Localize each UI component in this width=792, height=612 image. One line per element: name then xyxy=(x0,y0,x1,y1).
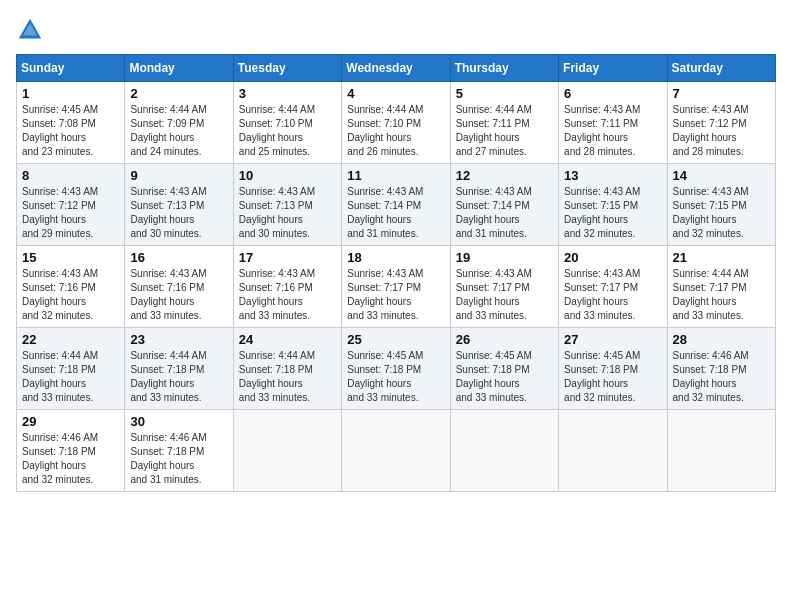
day-info: Sunrise: 4:44 AM Sunset: 7:18 PM Dayligh… xyxy=(130,349,227,405)
day-number: 2 xyxy=(130,86,227,101)
table-row: 4 Sunrise: 4:44 AM Sunset: 7:10 PM Dayli… xyxy=(342,82,450,164)
day-info: Sunrise: 4:43 AM Sunset: 7:15 PM Dayligh… xyxy=(673,185,770,241)
day-number: 3 xyxy=(239,86,336,101)
table-row: 26 Sunrise: 4:45 AM Sunset: 7:18 PM Dayl… xyxy=(450,328,558,410)
day-info: Sunrise: 4:44 AM Sunset: 7:18 PM Dayligh… xyxy=(22,349,119,405)
day-info: Sunrise: 4:45 AM Sunset: 7:18 PM Dayligh… xyxy=(456,349,553,405)
day-number: 7 xyxy=(673,86,770,101)
day-info: Sunrise: 4:44 AM Sunset: 7:09 PM Dayligh… xyxy=(130,103,227,159)
day-info: Sunrise: 4:43 AM Sunset: 7:12 PM Dayligh… xyxy=(673,103,770,159)
day-info: Sunrise: 4:44 AM Sunset: 7:11 PM Dayligh… xyxy=(456,103,553,159)
day-number: 27 xyxy=(564,332,661,347)
day-info: Sunrise: 4:44 AM Sunset: 7:17 PM Dayligh… xyxy=(673,267,770,323)
table-row: 16 Sunrise: 4:43 AM Sunset: 7:16 PM Dayl… xyxy=(125,246,233,328)
day-number: 22 xyxy=(22,332,119,347)
calendar-row: 29 Sunrise: 4:46 AM Sunset: 7:18 PM Dayl… xyxy=(17,410,776,492)
table-row xyxy=(233,410,341,492)
day-info: Sunrise: 4:44 AM Sunset: 7:18 PM Dayligh… xyxy=(239,349,336,405)
table-row: 29 Sunrise: 4:46 AM Sunset: 7:18 PM Dayl… xyxy=(17,410,125,492)
day-info: Sunrise: 4:45 AM Sunset: 7:18 PM Dayligh… xyxy=(347,349,444,405)
day-info: Sunrise: 4:46 AM Sunset: 7:18 PM Dayligh… xyxy=(22,431,119,487)
day-number: 4 xyxy=(347,86,444,101)
calendar-row: 1 Sunrise: 4:45 AM Sunset: 7:08 PM Dayli… xyxy=(17,82,776,164)
day-number: 13 xyxy=(564,168,661,183)
day-number: 1 xyxy=(22,86,119,101)
day-info: Sunrise: 4:43 AM Sunset: 7:16 PM Dayligh… xyxy=(22,267,119,323)
day-info: Sunrise: 4:43 AM Sunset: 7:13 PM Dayligh… xyxy=(130,185,227,241)
table-row: 1 Sunrise: 4:45 AM Sunset: 7:08 PM Dayli… xyxy=(17,82,125,164)
table-row: 13 Sunrise: 4:43 AM Sunset: 7:15 PM Dayl… xyxy=(559,164,667,246)
table-row: 19 Sunrise: 4:43 AM Sunset: 7:17 PM Dayl… xyxy=(450,246,558,328)
day-number: 12 xyxy=(456,168,553,183)
day-number: 5 xyxy=(456,86,553,101)
logo-icon xyxy=(16,16,44,44)
day-info: Sunrise: 4:43 AM Sunset: 7:14 PM Dayligh… xyxy=(347,185,444,241)
day-number: 8 xyxy=(22,168,119,183)
day-number: 23 xyxy=(130,332,227,347)
table-row: 2 Sunrise: 4:44 AM Sunset: 7:09 PM Dayli… xyxy=(125,82,233,164)
day-number: 9 xyxy=(130,168,227,183)
col-friday: Friday xyxy=(559,55,667,82)
table-row xyxy=(450,410,558,492)
table-row: 9 Sunrise: 4:43 AM Sunset: 7:13 PM Dayli… xyxy=(125,164,233,246)
table-row: 24 Sunrise: 4:44 AM Sunset: 7:18 PM Dayl… xyxy=(233,328,341,410)
day-number: 26 xyxy=(456,332,553,347)
table-row: 8 Sunrise: 4:43 AM Sunset: 7:12 PM Dayli… xyxy=(17,164,125,246)
table-row: 22 Sunrise: 4:44 AM Sunset: 7:18 PM Dayl… xyxy=(17,328,125,410)
header xyxy=(16,16,776,44)
col-sunday: Sunday xyxy=(17,55,125,82)
table-row: 15 Sunrise: 4:43 AM Sunset: 7:16 PM Dayl… xyxy=(17,246,125,328)
table-row: 25 Sunrise: 4:45 AM Sunset: 7:18 PM Dayl… xyxy=(342,328,450,410)
day-number: 10 xyxy=(239,168,336,183)
day-info: Sunrise: 4:43 AM Sunset: 7:16 PM Dayligh… xyxy=(239,267,336,323)
table-row: 17 Sunrise: 4:43 AM Sunset: 7:16 PM Dayl… xyxy=(233,246,341,328)
table-row: 21 Sunrise: 4:44 AM Sunset: 7:17 PM Dayl… xyxy=(667,246,775,328)
day-info: Sunrise: 4:46 AM Sunset: 7:18 PM Dayligh… xyxy=(130,431,227,487)
day-number: 25 xyxy=(347,332,444,347)
day-number: 24 xyxy=(239,332,336,347)
table-row: 14 Sunrise: 4:43 AM Sunset: 7:15 PM Dayl… xyxy=(667,164,775,246)
table-row: 12 Sunrise: 4:43 AM Sunset: 7:14 PM Dayl… xyxy=(450,164,558,246)
day-info: Sunrise: 4:43 AM Sunset: 7:17 PM Dayligh… xyxy=(347,267,444,323)
table-row: 18 Sunrise: 4:43 AM Sunset: 7:17 PM Dayl… xyxy=(342,246,450,328)
table-row xyxy=(667,410,775,492)
day-number: 15 xyxy=(22,250,119,265)
table-row xyxy=(342,410,450,492)
table-row: 30 Sunrise: 4:46 AM Sunset: 7:18 PM Dayl… xyxy=(125,410,233,492)
table-row: 20 Sunrise: 4:43 AM Sunset: 7:17 PM Dayl… xyxy=(559,246,667,328)
calendar-table: Sunday Monday Tuesday Wednesday Thursday… xyxy=(16,54,776,492)
day-info: Sunrise: 4:43 AM Sunset: 7:12 PM Dayligh… xyxy=(22,185,119,241)
day-number: 14 xyxy=(673,168,770,183)
day-info: Sunrise: 4:43 AM Sunset: 7:14 PM Dayligh… xyxy=(456,185,553,241)
table-row: 28 Sunrise: 4:46 AM Sunset: 7:18 PM Dayl… xyxy=(667,328,775,410)
col-wednesday: Wednesday xyxy=(342,55,450,82)
table-row: 6 Sunrise: 4:43 AM Sunset: 7:11 PM Dayli… xyxy=(559,82,667,164)
table-row: 27 Sunrise: 4:45 AM Sunset: 7:18 PM Dayl… xyxy=(559,328,667,410)
day-number: 29 xyxy=(22,414,119,429)
calendar-row: 15 Sunrise: 4:43 AM Sunset: 7:16 PM Dayl… xyxy=(17,246,776,328)
day-number: 11 xyxy=(347,168,444,183)
day-info: Sunrise: 4:44 AM Sunset: 7:10 PM Dayligh… xyxy=(239,103,336,159)
logo xyxy=(16,16,48,44)
col-saturday: Saturday xyxy=(667,55,775,82)
table-row: 10 Sunrise: 4:43 AM Sunset: 7:13 PM Dayl… xyxy=(233,164,341,246)
table-row: 5 Sunrise: 4:44 AM Sunset: 7:11 PM Dayli… xyxy=(450,82,558,164)
day-number: 30 xyxy=(130,414,227,429)
calendar-row: 8 Sunrise: 4:43 AM Sunset: 7:12 PM Dayli… xyxy=(17,164,776,246)
col-thursday: Thursday xyxy=(450,55,558,82)
day-info: Sunrise: 4:43 AM Sunset: 7:16 PM Dayligh… xyxy=(130,267,227,323)
calendar-row: 22 Sunrise: 4:44 AM Sunset: 7:18 PM Dayl… xyxy=(17,328,776,410)
table-row xyxy=(559,410,667,492)
day-number: 18 xyxy=(347,250,444,265)
day-info: Sunrise: 4:43 AM Sunset: 7:11 PM Dayligh… xyxy=(564,103,661,159)
day-info: Sunrise: 4:46 AM Sunset: 7:18 PM Dayligh… xyxy=(673,349,770,405)
day-info: Sunrise: 4:45 AM Sunset: 7:18 PM Dayligh… xyxy=(564,349,661,405)
day-number: 20 xyxy=(564,250,661,265)
day-info: Sunrise: 4:45 AM Sunset: 7:08 PM Dayligh… xyxy=(22,103,119,159)
day-number: 6 xyxy=(564,86,661,101)
table-row: 23 Sunrise: 4:44 AM Sunset: 7:18 PM Dayl… xyxy=(125,328,233,410)
day-info: Sunrise: 4:43 AM Sunset: 7:17 PM Dayligh… xyxy=(456,267,553,323)
day-number: 28 xyxy=(673,332,770,347)
day-number: 16 xyxy=(130,250,227,265)
day-number: 21 xyxy=(673,250,770,265)
